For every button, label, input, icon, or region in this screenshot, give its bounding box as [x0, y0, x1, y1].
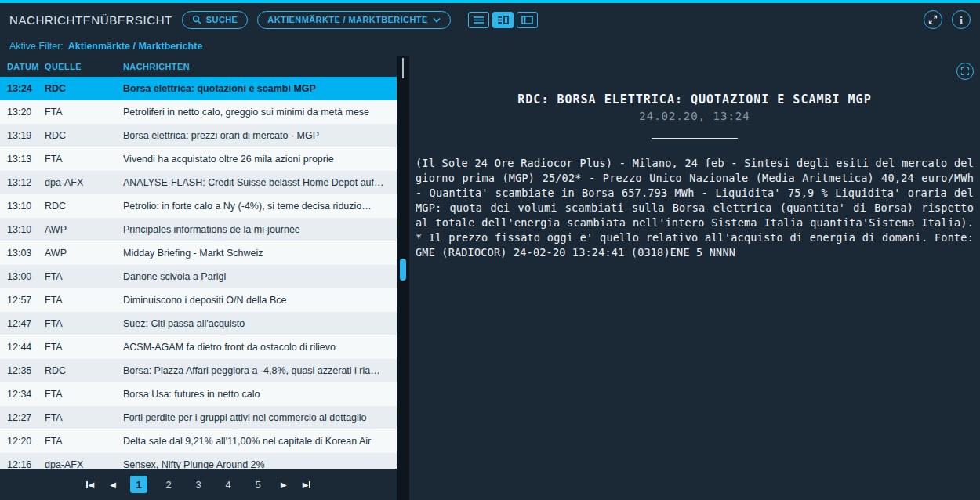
last-page-button[interactable]: ▶ [301, 479, 313, 491]
prev-page-button[interactable]: ◀ [108, 479, 118, 491]
view-list-button[interactable] [468, 12, 489, 28]
row-time: 13:13 [0, 154, 45, 165]
article-title: RDC: BORSA ELETTRICA: QUOTAZIONI E SCAMB… [416, 92, 974, 107]
col-nachrichten: NACHRICHTEN [123, 62, 397, 71]
maximize-button[interactable] [956, 63, 974, 80]
open-window-button[interactable] [924, 10, 942, 29]
search-icon [192, 15, 201, 24]
row-headline: Petroliferi in netto calo, greggio sui m… [123, 107, 397, 118]
row-headline: Danone scivola a Parigi [123, 271, 397, 282]
topbar: NACHRICHTENÜBERSICHT SUCHE AKTIENMÄRKTE … [0, 3, 980, 36]
active-filter-value: Aktienmärkte / Marktberichte [68, 41, 203, 52]
page-button-4[interactable]: 4 [220, 476, 237, 493]
row-time: 12:44 [0, 342, 45, 353]
content: DATUM QUELLE NACHRICHTEN 13:24RDCBorsa e… [0, 56, 980, 500]
page-button-1[interactable]: 1 [130, 476, 147, 493]
row-source: FTA [45, 271, 123, 282]
skip-bar [86, 481, 88, 488]
table-row[interactable]: 12:20FTADelta sale dal 9,21% all'11,00% … [0, 429, 397, 453]
row-time: 13:03 [0, 248, 45, 259]
row-source: RDC [45, 130, 123, 141]
panel-divider [397, 56, 409, 500]
row-time: 13:10 [0, 201, 45, 212]
row-headline: Borsa Usa: futures in netto calo [123, 389, 397, 400]
row-headline: Suez: Citi passa all'acquisto [123, 318, 397, 329]
scrollbar-thumb[interactable] [400, 259, 406, 281]
table-row[interactable]: 13:10RDCPetrolio: in forte calo a Ny (-4… [0, 194, 397, 218]
news-table: DATUM QUELLE NACHRICHTEN 13:24RDCBorsa e… [0, 56, 397, 500]
table-row[interactable]: 12:35RDCBorsa: Piazza Affari peggiora a … [0, 359, 397, 382]
active-filter-label: Aktive Filter: [9, 41, 64, 52]
table-header: DATUM QUELLE NACHRICHTEN [0, 56, 397, 77]
table-row[interactable]: 12:57FTADiminuiscono i depositi O/N dell… [0, 288, 397, 312]
category-dropdown[interactable]: AKTIENMÄRKTE / MARKTBERICHTE [257, 11, 450, 29]
table-row[interactable]: 12:16dpa-AFXSensex, Nifty Plunge Around … [0, 453, 397, 469]
table-row[interactable]: 13:12dpa-AFXANALYSE-FLASH: Credit Suisse… [0, 171, 397, 194]
row-headline: Vivendi ha acquistato oltre 26 mila azio… [123, 154, 397, 165]
row-headline: ANALYSE-FLASH: Credit Suisse belässt Hom… [123, 177, 397, 188]
table-row[interactable]: 13:00FTADanone scivola a Parigi [0, 265, 397, 288]
split-view-icon [497, 16, 509, 24]
scrollbar-track [402, 58, 404, 78]
single-view-icon [521, 16, 533, 24]
page-title: NACHRICHTENÜBERSICHT [9, 13, 172, 27]
first-page-button[interactable]: ◀ [85, 479, 96, 491]
row-time: 12:16 [0, 459, 45, 469]
row-headline: Midday Briefing - Markt Schweiz [123, 248, 397, 259]
article-date: 24.02.20, 13:24 [416, 110, 974, 122]
row-headline: Diminuiscono i depositi O/N della Bce [123, 295, 397, 306]
row-time: 13:19 [0, 130, 45, 141]
table-row[interactable]: 12:34FTABorsa Usa: futures in netto calo [0, 382, 397, 406]
table-row[interactable]: 12:47FTASuez: Citi passa all'acquisto [0, 312, 397, 335]
article-body: (Il Sole 24 Ore Radiocor Plus) - Milano,… [416, 156, 974, 260]
table-row[interactable]: 13:20FTAPetroliferi in netto calo, gregg… [0, 100, 397, 124]
row-source: RDC [45, 365, 123, 376]
row-headline: ACSM-AGAM fa dietro front da ostacolo di… [123, 342, 397, 353]
row-time: 12:57 [0, 295, 45, 306]
row-time: 13:00 [0, 271, 45, 282]
row-headline: Principales informations de la mi-journé… [123, 224, 397, 235]
row-time: 12:27 [0, 412, 45, 423]
article-panel: RDC: BORSA ELETTRICA: QUOTAZIONI E SCAMB… [409, 56, 980, 500]
row-source: FTA [45, 436, 123, 447]
table-row[interactable]: 13:13FTAVivendi ha acquistato oltre 26 m… [0, 147, 397, 171]
table-row[interactable]: 13:19RDCBorsa elettrica: prezzi orari di… [0, 124, 397, 147]
table-row[interactable]: 13:10AWPPrincipales informations de la m… [0, 218, 397, 241]
app-window: NACHRICHTENÜBERSICHT SUCHE AKTIENMÄRKTE … [0, 0, 980, 500]
info-icon: i [960, 15, 963, 25]
pagination: ◀ ◀ 12345 ▶ ▶ [0, 469, 397, 500]
article-separator [652, 138, 738, 139]
news-table-body: 13:24RDCBorsa elettrica: quotazioni e sc… [0, 77, 397, 469]
row-time: 13:24 [0, 83, 45, 94]
row-source: dpa-AFX [45, 459, 123, 469]
view-single-button[interactable] [517, 12, 538, 28]
row-source: AWP [45, 248, 123, 259]
diagonal-arrows-icon [928, 15, 938, 24]
row-source: FTA [45, 107, 123, 118]
info-button[interactable]: i [952, 10, 971, 29]
row-headline: Sensex, Nifty Plunge Around 2% [123, 459, 397, 469]
page-button-2[interactable]: 2 [160, 476, 177, 493]
row-headline: Borsa elettrica: prezzi orari di mercato… [123, 130, 397, 141]
skip-bar [309, 481, 310, 488]
active-filter-line: Aktive Filter: Aktienmärkte / Marktberic… [0, 36, 980, 56]
view-toggle-group [468, 12, 538, 28]
table-row[interactable]: 13:03AWPMidday Briefing - Markt Schweiz [0, 241, 397, 265]
row-headline: Forti perdite per i gruppi attivi nel co… [123, 412, 397, 423]
page-button-3[interactable]: 3 [190, 476, 207, 493]
row-source: FTA [45, 318, 123, 329]
view-split-button[interactable] [492, 12, 514, 28]
table-row[interactable]: 12:44FTAACSM-AGAM fa dietro front da ost… [0, 335, 397, 359]
pagination-pages: 12345 [130, 476, 267, 493]
row-time: 13:10 [0, 224, 45, 235]
row-source: RDC [45, 201, 123, 212]
table-row[interactable]: 12:27FTAForti perdite per i gruppi attiv… [0, 406, 397, 429]
next-page-button[interactable]: ▶ [279, 479, 289, 491]
search-button[interactable]: SUCHE [182, 11, 249, 29]
row-source: RDC [45, 83, 123, 94]
row-headline: Petrolio: in forte calo a Ny (-4%), si t… [123, 201, 397, 212]
row-source: FTA [45, 342, 123, 353]
page-button-5[interactable]: 5 [249, 476, 267, 493]
table-row[interactable]: 13:24RDCBorsa elettrica: quotazioni e sc… [0, 77, 397, 100]
search-label: SUCHE [206, 15, 238, 24]
